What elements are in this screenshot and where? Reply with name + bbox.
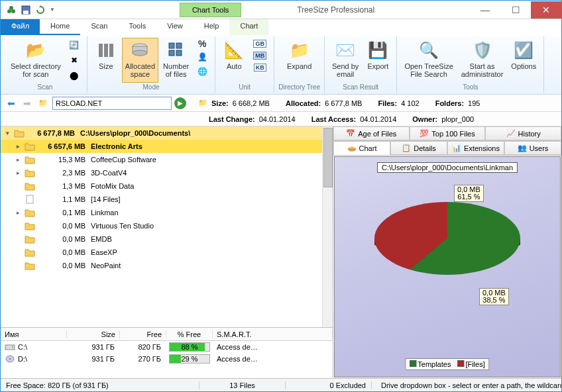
svg-rect-11 bbox=[169, 43, 174, 48]
col-pct[interactable]: % Free bbox=[166, 330, 213, 338]
open-filesearch-button[interactable]: 🔍Open TreeSize File Search bbox=[401, 38, 456, 83]
mode-percent-button[interactable]: % bbox=[194, 38, 211, 50]
pie-chart bbox=[374, 202, 520, 281]
svg-rect-16 bbox=[5, 345, 15, 350]
start-admin-button[interactable]: 🛡️Start as administrator bbox=[458, 38, 507, 83]
close-button[interactable]: ✕ bbox=[531, 1, 561, 19]
col-name[interactable]: Имя bbox=[1, 330, 67, 338]
mode-allocated-button[interactable]: Allocated space bbox=[122, 38, 158, 83]
mode-size-button[interactable]: Size bbox=[91, 38, 121, 83]
unit-auto-button[interactable]: 📐Auto bbox=[219, 38, 249, 83]
tab-tools[interactable]: Tools bbox=[118, 19, 156, 35]
delete-icon: ✖ bbox=[69, 55, 80, 66]
col-smart[interactable]: S.M.A.R.T. bbox=[213, 330, 333, 338]
tree-row[interactable]: 1,1 MB[14 Files] bbox=[1, 193, 333, 206]
tab-chart[interactable]: Chart bbox=[229, 19, 268, 35]
tab-age[interactable]: 📅Age of Files bbox=[333, 126, 410, 140]
ribbon: 📂Select directory for scan 🔄 ✖ ⬤ Scan Si… bbox=[1, 35, 561, 95]
svg-point-19 bbox=[9, 358, 11, 360]
tab-top100[interactable]: 💯Top 100 Files bbox=[410, 126, 486, 140]
tab-users[interactable]: 👥Users bbox=[504, 141, 561, 155]
chart-area: C:\Users\plopr_000\Documents\Linkman 0,0… bbox=[334, 156, 561, 377]
drive-row[interactable]: C:\931 ГБ820 ГБ88 %Access de… bbox=[1, 341, 333, 353]
size-value: 6 668,2 MB bbox=[233, 99, 270, 107]
maximize-button[interactable]: ☐ bbox=[500, 1, 531, 19]
drive-row[interactable]: D:\931 ГБ270 ГБ29 %Access de… bbox=[1, 353, 333, 365]
unit-gb-button[interactable]: GB bbox=[250, 38, 270, 50]
tree-row[interactable]: ▸15,3 MBCoffeeCup Software bbox=[1, 153, 333, 166]
tree-row[interactable]: 0,0 MBEMDB bbox=[1, 232, 333, 246]
tab-chart2[interactable]: 🥧Chart bbox=[333, 141, 390, 155]
refresh-icon: 🔄 bbox=[69, 40, 80, 50]
tree-row[interactable]: 0,0 MBEaseXP bbox=[1, 246, 333, 259]
chart-legend: Templates [Files] bbox=[405, 358, 489, 370]
nav-up-button[interactable]: 📁 bbox=[36, 97, 50, 110]
ribbon-group-unit: Unit bbox=[239, 83, 251, 91]
tab-extensions[interactable]: 📊Extensions bbox=[447, 141, 504, 155]
svg-rect-5 bbox=[99, 44, 103, 57]
history-icon: 📈 bbox=[506, 129, 516, 138]
qat-dropdown-icon[interactable]: ▼ bbox=[50, 7, 55, 13]
tree-row[interactable]: 1,3 MBFotoMix Data bbox=[1, 179, 333, 193]
refresh-scan-button[interactable]: 🔄 bbox=[66, 38, 83, 52]
export-button[interactable]: 💾Export bbox=[363, 38, 392, 83]
unit-mb-button[interactable]: MB bbox=[250, 50, 270, 62]
pie-icon: 🥧 bbox=[347, 144, 357, 152]
tree-row[interactable]: 0,0 MBVirtuous Ten Studio bbox=[1, 219, 333, 232]
svg-rect-7 bbox=[109, 44, 113, 57]
svg-rect-15 bbox=[27, 195, 33, 203]
tree-scrollbar[interactable] bbox=[322, 126, 333, 327]
file-icon bbox=[25, 195, 35, 204]
tab-history[interactable]: 📈History bbox=[485, 126, 561, 140]
shield-icon: 🛡️ bbox=[472, 40, 493, 61]
ribbon-group-tools: Tools bbox=[463, 83, 478, 91]
path-input[interactable] bbox=[52, 97, 172, 110]
directory-tree[interactable]: ▾6 677,8 MBC:\Users\plopr_000\Documents\… bbox=[1, 126, 333, 328]
svg-point-2 bbox=[11, 9, 15, 13]
expand-button[interactable]: 📁Expand bbox=[284, 38, 315, 83]
tab-scan[interactable]: Scan bbox=[80, 19, 118, 35]
stop-scan-button[interactable]: ⬤ bbox=[66, 68, 83, 83]
tree-row[interactable]: ▾6 677,8 MBC:\Users\plopr_000\Documents\ bbox=[1, 126, 333, 140]
lastaccess-value: 04.01.2014 bbox=[360, 115, 396, 123]
col-free[interactable]: Free bbox=[120, 330, 166, 338]
unit-kb-button[interactable]: KB bbox=[250, 62, 270, 74]
alloc-label: Allocated: bbox=[286, 99, 321, 107]
select-directory-button[interactable]: 📂Select directory for scan bbox=[7, 38, 64, 83]
mode-filecount-button[interactable]: Number of files bbox=[160, 38, 192, 83]
save-icon[interactable] bbox=[21, 5, 31, 15]
refresh-icon[interactable] bbox=[35, 5, 46, 15]
folders-value: 195 bbox=[468, 99, 480, 107]
tree-row[interactable]: 0,0 MBNeoPaint bbox=[1, 259, 333, 272]
tab-file[interactable]: Файл bbox=[1, 19, 40, 35]
tab-details[interactable]: 📋Details bbox=[390, 141, 447, 155]
mode-user-button[interactable]: 👤 bbox=[194, 50, 211, 64]
folder-icon bbox=[25, 168, 35, 177]
tab-home[interactable]: Home bbox=[40, 19, 80, 35]
nav-back-button[interactable]: ⬅ bbox=[5, 97, 18, 110]
drive-icon bbox=[5, 343, 15, 351]
tree-row[interactable]: ▸6 657,6 MBElectronic Arts bbox=[1, 140, 333, 153]
folders-label: Folders: bbox=[435, 99, 464, 107]
col-size[interactable]: Size bbox=[67, 330, 120, 338]
svg-point-17 bbox=[12, 346, 13, 348]
go-button[interactable]: ▶ bbox=[174, 97, 186, 109]
lastchange-label: Last Change: bbox=[209, 115, 255, 123]
size-label: Size: bbox=[211, 99, 229, 107]
mode-ext-button[interactable]: 🌐 bbox=[194, 64, 211, 79]
svg-rect-12 bbox=[176, 43, 182, 48]
app-icon bbox=[6, 5, 17, 15]
lastchange-value: 04.01.2014 bbox=[259, 115, 296, 123]
tree-row[interactable]: ▸2,3 MB3D-CoatV4 bbox=[1, 166, 333, 179]
options-button[interactable]: ☑️Options bbox=[508, 38, 539, 83]
tab-view[interactable]: View bbox=[156, 19, 194, 35]
folder-icon bbox=[25, 181, 35, 191]
tree-row[interactable]: ▸0,1 MBLinkman bbox=[1, 206, 333, 219]
minimize-button[interactable]: — bbox=[470, 1, 500, 19]
nav-fwd-button[interactable]: ➡ bbox=[21, 97, 34, 110]
tab-help[interactable]: Help bbox=[194, 19, 230, 35]
send-email-button[interactable]: ✉️Send by email bbox=[329, 38, 362, 83]
svg-point-10 bbox=[133, 50, 147, 56]
remove-scan-button[interactable]: ✖ bbox=[66, 53, 83, 68]
window-title: TreeSize Professional bbox=[201, 5, 470, 15]
